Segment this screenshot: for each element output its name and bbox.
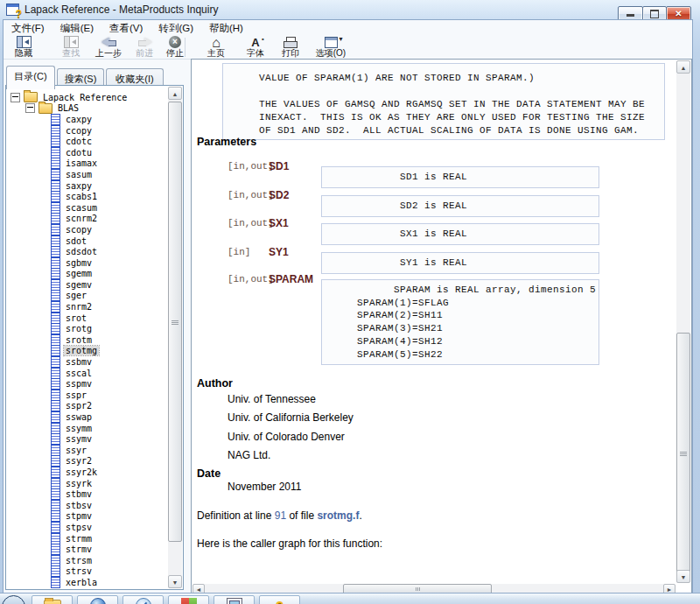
document-icon — [51, 390, 60, 401]
tree-item[interactable]: stpsv — [7, 522, 168, 533]
scroll-down-icon[interactable]: ▼ — [676, 570, 690, 583]
document-icon — [51, 323, 60, 334]
param-name: SD1 — [269, 160, 289, 172]
document-icon — [51, 565, 60, 577]
contents-tree-panel: Lapack Reference BLAS caxpy — [5, 85, 184, 590]
tree-item[interactable]: ssyr — [7, 445, 168, 456]
tree-item[interactable]: scasum — [7, 202, 168, 214]
tree-item[interactable]: sgbmv — [7, 257, 168, 269]
tree-scroll-thumb[interactable] — [168, 102, 182, 542]
tab-contents[interactable]: 目录(C) — [6, 66, 55, 89]
tree-item[interactable]: strsm — [7, 555, 168, 566]
collapse-icon[interactable] — [25, 103, 35, 113]
document-icon — [51, 488, 60, 500]
tree-item[interactable]: ssymm — [7, 423, 168, 434]
menu-view[interactable]: 查看(V) — [102, 20, 150, 37]
toolbar-button-hide[interactable]: 隐藏 — [5, 36, 42, 59]
tree-item[interactable]: ssyr2k — [7, 467, 168, 478]
caller-graph-text: Here is the caller graph for this functi… — [197, 537, 382, 550]
tree-item[interactable]: sger — [7, 291, 168, 302]
tree-item[interactable]: ccopy — [7, 125, 168, 137]
taskbar-button-app[interactable] — [168, 595, 209, 604]
content-vertical-scrollbar[interactable]: ▲ ▼ — [676, 60, 690, 583]
document-icon — [51, 445, 60, 456]
tree-item[interactable]: strmv — [7, 544, 168, 555]
tree-root[interactable]: Lapack Reference — [7, 92, 168, 103]
toolbar-button-back[interactable]: 上一步 — [89, 36, 128, 59]
taskbar-button-browser[interactable] — [122, 595, 164, 604]
menu-help[interactable]: 帮助(H) — [201, 20, 251, 37]
menu-file[interactable]: 文件(F) — [4, 20, 52, 37]
tree-item[interactable]: stpmv — [7, 511, 168, 523]
tree-group-blas[interactable]: BLAS — [7, 103, 168, 115]
scroll-down-icon[interactable]: ▼ — [168, 575, 182, 588]
tree-item[interactable]: cdotc — [7, 136, 168, 147]
tree-item[interactable]: sscal — [7, 368, 168, 379]
toolbar-button-font[interactable]: 字体 — [240, 36, 271, 59]
tree-item[interactable]: cdotu — [7, 147, 168, 158]
document-icon — [51, 555, 60, 566]
tree-item[interactable]: scopy — [7, 224, 168, 235]
tree-item[interactable]: sgemm — [7, 269, 168, 280]
line-number-link[interactable]: 91 — [275, 509, 286, 522]
tree-item[interactable]: sdot — [7, 235, 168, 247]
tree-item[interactable]: stbmv — [7, 488, 168, 500]
document-icon — [51, 158, 60, 169]
tree-item[interactable]: srotmg — [7, 346, 168, 357]
tree-item[interactable]: xerbla — [7, 577, 168, 588]
toolbar-separator — [185, 38, 186, 57]
tree-item[interactable]: ssbmv — [7, 356, 168, 368]
param-direction: [in] — [228, 247, 250, 257]
taskbar-button-internet-explorer[interactable] — [77, 595, 118, 604]
document-icon — [51, 356, 60, 368]
tree-item[interactable]: ssymv — [7, 433, 168, 445]
title-bar[interactable]: ? Lapack Reference - MetaProducts Inquir… — [0, 0, 700, 19]
tree-item[interactable]: sdsdot — [7, 246, 168, 257]
tree-item[interactable]: isamax — [7, 158, 168, 170]
menu-goto[interactable]: 转到(G) — [150, 20, 201, 37]
content-scroll-thumb[interactable] — [676, 333, 690, 573]
tree-scrollbar[interactable]: ▲ ▼ — [168, 87, 182, 588]
tree-item[interactable]: srotm — [7, 334, 168, 346]
tree-item[interactable]: ssyr2 — [7, 456, 168, 467]
tree-item[interactable]: stbsv — [7, 500, 168, 511]
document-icon — [51, 224, 60, 235]
tree-item[interactable]: sswap — [7, 411, 168, 423]
start-button[interactable] — [2, 595, 25, 604]
collapse-icon[interactable] — [10, 93, 20, 102]
tree-item[interactable]: sasum — [7, 169, 168, 180]
tree-item[interactable]: ssyrk — [7, 478, 168, 489]
forward-arrow-icon — [137, 38, 152, 47]
document-icon — [51, 510, 60, 522]
document-icon — [51, 257, 60, 269]
param-name: SPARAM — [269, 273, 313, 285]
toolbar-button-locate: 查找 — [52, 36, 89, 59]
taskbar-button-help[interactable] — [259, 595, 300, 604]
tree-item[interactable]: caxpy — [7, 114, 168, 125]
back-arrow-icon — [102, 38, 116, 47]
toolbar-button-print[interactable]: 打印 — [275, 36, 306, 59]
document-icon — [51, 268, 60, 279]
taskbar-button-window-app[interactable] — [214, 595, 255, 604]
tree-item[interactable]: srotg — [7, 323, 168, 334]
source-file-link[interactable]: srotmg.f — [317, 509, 359, 522]
document-icon — [51, 301, 60, 313]
toolbar-button-options[interactable]: 选项(O) — [308, 36, 354, 59]
tree-item[interactable]: scabs1 — [7, 191, 168, 202]
menu-edit[interactable]: 编辑(E) — [52, 20, 102, 37]
tree-item[interactable]: snrm2 — [7, 301, 168, 313]
tree-item[interactable]: scnrm2 — [7, 214, 168, 225]
document-icon — [51, 423, 60, 434]
taskbar-button-folder[interactable] — [32, 595, 73, 604]
scroll-up-icon[interactable]: ▲ — [676, 60, 690, 74]
tree-item[interactable]: srot — [7, 313, 168, 324]
tree-item[interactable]: saxpy — [7, 180, 168, 192]
tree-item[interactable]: strsv — [7, 566, 168, 578]
tree-item[interactable]: sspr — [7, 390, 168, 401]
tree-item[interactable]: sgemv — [7, 279, 168, 291]
tree-item[interactable]: strmm — [7, 533, 168, 544]
scroll-up-icon[interactable]: ▲ — [168, 87, 182, 100]
tree-item[interactable]: sspmv — [7, 378, 168, 390]
toolbar-button-home[interactable]: 主页 — [200, 36, 233, 59]
tree-item[interactable]: sspr2 — [7, 401, 168, 412]
